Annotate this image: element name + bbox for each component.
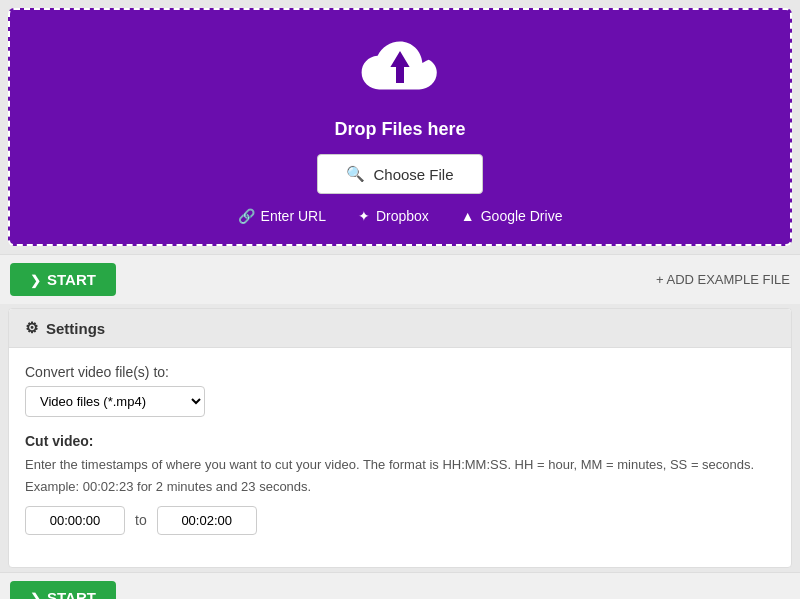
cut-video-label: Cut video:: [25, 433, 775, 449]
convert-format-select[interactable]: Video files (*.mp4)Video files (*.avi)Vi…: [25, 386, 205, 417]
convert-format-label: Convert video file(s) to:: [25, 364, 775, 380]
google-drive-link[interactable]: ▲ Google Drive: [461, 208, 563, 224]
start-button-bottom[interactable]: START: [10, 581, 116, 600]
chevron-right-icon-bottom: [30, 589, 41, 600]
upload-cloud-icon: [360, 34, 440, 107]
settings-gear-icon: ⚙: [25, 319, 38, 337]
choose-file-button[interactable]: 🔍 Choose File: [317, 154, 482, 194]
chevron-right-icon: [30, 271, 41, 288]
enter-url-link[interactable]: 🔗 Enter URL: [238, 208, 326, 224]
start-button-top[interactable]: START: [10, 263, 116, 296]
dropbox-link[interactable]: ✦ Dropbox: [358, 208, 429, 224]
bottom-action-bar: START: [0, 572, 800, 600]
add-example-link[interactable]: + ADD EXAMPLE FILE: [656, 272, 790, 287]
link-icon: 🔗: [238, 208, 255, 224]
search-icon: 🔍: [346, 165, 365, 183]
cut-to-input[interactable]: [157, 506, 257, 535]
settings-header: ⚙ Settings: [9, 309, 791, 348]
to-label: to: [135, 512, 147, 528]
settings-body: Convert video file(s) to: Video files (*…: [9, 348, 791, 567]
google-drive-icon: ▲: [461, 208, 475, 224]
cut-video-group: Cut video: Enter the timestamps of where…: [25, 433, 775, 535]
time-range-row: to: [25, 506, 775, 535]
drop-zone[interactable]: Drop Files here 🔍 Choose File 🔗 Enter UR…: [8, 8, 792, 246]
convert-format-group: Convert video file(s) to: Video files (*…: [25, 364, 775, 417]
settings-panel: ⚙ Settings Convert video file(s) to: Vid…: [8, 308, 792, 568]
top-action-bar: START + ADD EXAMPLE FILE: [0, 254, 800, 304]
dropbox-icon: ✦: [358, 208, 370, 224]
external-link-row: 🔗 Enter URL ✦ Dropbox ▲ Google Drive: [238, 208, 563, 224]
drop-text: Drop Files here: [334, 119, 465, 140]
cut-video-example: Example: 00:02:23 for 2 minutes and 23 s…: [25, 479, 775, 494]
cut-from-input[interactable]: [25, 506, 125, 535]
cut-video-desc: Enter the timestamps of where you want t…: [25, 455, 775, 475]
